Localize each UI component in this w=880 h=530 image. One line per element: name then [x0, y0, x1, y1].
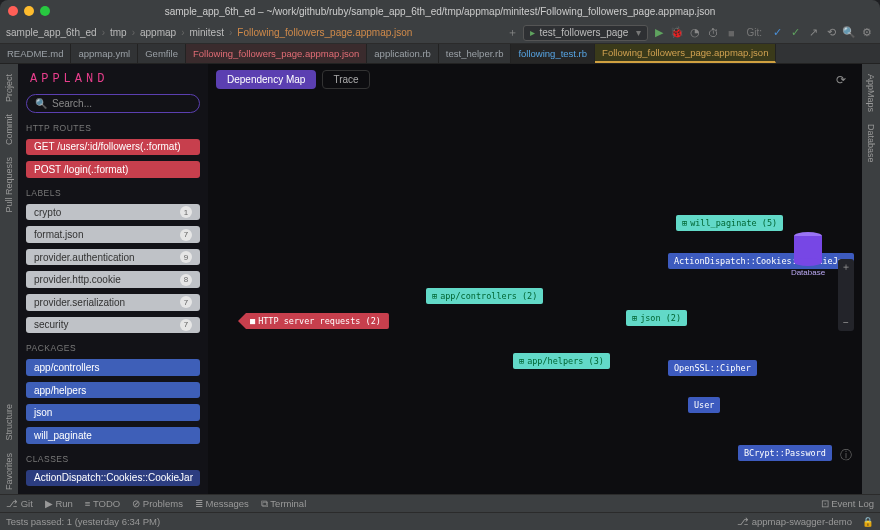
section-http-routes: HTTP ROUTES [26, 123, 200, 133]
zoom-in-icon[interactable]: ＋ [838, 259, 854, 275]
package-item[interactable]: will_paginate [26, 427, 200, 444]
package-item[interactable]: json [26, 404, 200, 421]
git-update-icon[interactable]: ✓ [770, 26, 784, 40]
status-tests: Tests passed: 1 (yesterday 6:34 PM) [6, 516, 160, 527]
file-tab[interactable]: appmap.yml [71, 44, 138, 63]
git-branch[interactable]: ⎇ appmap-swagger-demo [737, 516, 852, 527]
node-cipher[interactable]: OpenSSL::Cipher [668, 360, 757, 376]
gutter-pull-requests[interactable]: Pull Requests [4, 157, 14, 213]
crumb-2[interactable]: appmap [140, 27, 176, 38]
node-database[interactable]: Database [794, 232, 822, 266]
label-item[interactable]: format.json7 [26, 226, 200, 243]
gutter-favorites[interactable]: Favorites [4, 453, 14, 490]
appmap-sidebar: APPLAND 🔍 Search... HTTP ROUTES GET /use… [18, 64, 208, 494]
editor-tabs: README.md appmap.yml Gemfile Following_f… [0, 44, 880, 64]
tool-messages[interactable]: ≣ Messages [195, 498, 249, 509]
git-history-icon[interactable]: ⟲ [824, 26, 838, 40]
search-input[interactable]: 🔍 Search... [26, 94, 200, 113]
label-item[interactable]: provider.http.cookie8 [26, 271, 200, 288]
tool-git[interactable]: ⎇ Git [6, 498, 33, 509]
maximize-icon[interactable] [40, 6, 50, 16]
crumb-1[interactable]: tmp [110, 27, 127, 38]
crumb-0[interactable]: sample_app_6th_ed [6, 27, 97, 38]
node-controllers[interactable]: ⊞ app/controllers (2) [426, 288, 543, 304]
reload-icon[interactable]: ⟳ [836, 73, 854, 87]
run-config-label: test_followers_page [539, 27, 628, 38]
node-json[interactable]: ⊞ json (2) [626, 310, 687, 326]
node-http-requests[interactable]: ■ HTTP server requests (2) [238, 313, 389, 329]
route-item[interactable]: GET /users/:id/followers(.:format) [26, 139, 200, 156]
edges [208, 95, 508, 245]
lock-icon[interactable]: 🔒 [862, 516, 874, 527]
gutter-appmaps[interactable]: AppMaps [866, 74, 876, 112]
file-tab[interactable]: Gemfile [138, 44, 186, 63]
crumb-3[interactable]: minitest [189, 27, 223, 38]
file-tab[interactable]: application.rb [367, 44, 439, 63]
tool-run[interactable]: ▶ Run [45, 498, 73, 509]
package-item[interactable]: app/helpers [26, 382, 200, 399]
coverage-icon[interactable]: ◔ [688, 26, 702, 40]
file-tab-selected[interactable]: Following_followers_page.appmap.json [595, 44, 776, 63]
node-helpers[interactable]: ⊞ app/helpers (3) [513, 353, 610, 369]
route-item[interactable]: POST /login(.:format) [26, 161, 200, 178]
label-item[interactable]: crypto1 [26, 204, 200, 221]
dependency-canvas[interactable]: ■ HTTP server requests (2) ⊞ app/control… [208, 95, 862, 494]
tool-problems[interactable]: ⊘ Problems [132, 498, 183, 509]
class-item[interactable]: ActionDispatch::Cookies::CookieJar [26, 470, 200, 487]
editor-body: Project Commit Pull Requests Structure F… [0, 64, 880, 494]
search-everywhere-icon[interactable]: 🔍 [842, 26, 856, 40]
debug-icon[interactable]: 🐞 [670, 26, 684, 40]
close-icon[interactable] [8, 6, 18, 16]
status-bar: Tests passed: 1 (yesterday 6:34 PM) ⎇ ap… [0, 512, 880, 530]
nav-toolbar: sample_app_6th_ed › tmp › appmap › minit… [0, 22, 880, 44]
file-tab[interactable]: following_test.rb [511, 44, 595, 63]
node-will-paginate[interactable]: ⊞ will_paginate (5) [676, 215, 783, 231]
right-tool-gutter: AppMaps Database [862, 64, 880, 494]
zoom-slider[interactable] [838, 275, 854, 315]
run-config-dropdown[interactable]: ▸ test_followers_page ▾ [523, 25, 648, 41]
canvas-area: Dependency Map Trace ⟳ [208, 64, 862, 494]
run-icon[interactable]: ▶ [652, 26, 666, 40]
file-tab[interactable]: Following_followers_page.appmap.json [186, 44, 367, 63]
canvas-tabs: Dependency Map Trace ⟳ [208, 64, 862, 95]
event-log[interactable]: ⊡ Event Log [821, 498, 874, 509]
add-config-icon[interactable]: ＋ [505, 26, 519, 40]
label-item[interactable]: provider.serialization7 [26, 294, 200, 311]
node-bcrypt[interactable]: BCrypt::Password [738, 445, 832, 461]
section-classes: CLASSES [26, 454, 200, 464]
appland-logo: APPLAND [26, 72, 200, 86]
zoom-out-icon[interactable]: − [838, 315, 854, 331]
git-commit-icon[interactable]: ✓ [788, 26, 802, 40]
minimize-icon[interactable] [24, 6, 34, 16]
titlebar: sample_app_6th_ed – ~/work/github/ruby/s… [0, 0, 880, 22]
profile-icon[interactable]: ⏱ [706, 26, 720, 40]
package-item[interactable]: app/controllers [26, 359, 200, 376]
tab-dependency-map[interactable]: Dependency Map [216, 70, 316, 89]
node-cookiejar[interactable]: ActionDispatch::Cookies::CookieJar [668, 253, 854, 269]
gutter-structure[interactable]: Structure [4, 404, 14, 441]
left-tool-gutter: Project Commit Pull Requests Structure F… [0, 64, 18, 494]
node-user[interactable]: User [688, 397, 720, 413]
git-push-icon[interactable]: ↗ [806, 26, 820, 40]
stop-icon[interactable]: ■ [724, 26, 738, 40]
settings-icon[interactable]: ⚙ [860, 26, 874, 40]
info-icon[interactable]: ⓘ [840, 447, 852, 464]
window-controls [8, 6, 50, 16]
file-tab[interactable]: test_helper.rb [439, 44, 512, 63]
window-title: sample_app_6th_ed – ~/work/github/ruby/s… [165, 6, 716, 17]
tool-todo[interactable]: ≡ TODO [85, 498, 120, 509]
zoom-controls: ＋ − [838, 259, 854, 331]
label-item[interactable]: provider.authentication9 [26, 249, 200, 266]
bottom-tool-strip: ⎇ Git ▶ Run ≡ TODO ⊘ Problems ≣ Messages… [0, 494, 880, 512]
gutter-database[interactable]: Database [866, 124, 876, 163]
tool-terminal[interactable]: ⧉ Terminal [261, 498, 306, 510]
section-packages: PACKAGES [26, 343, 200, 353]
file-tab[interactable]: README.md [0, 44, 71, 63]
tab-trace[interactable]: Trace [322, 70, 369, 89]
crumb-4[interactable]: Following_followers_page.appmap.json [237, 27, 412, 38]
label-item[interactable]: security7 [26, 317, 200, 334]
gutter-commit[interactable]: Commit [4, 114, 14, 145]
search-placeholder: Search... [52, 98, 92, 109]
gutter-project[interactable]: Project [4, 74, 14, 102]
search-icon: 🔍 [35, 98, 47, 109]
